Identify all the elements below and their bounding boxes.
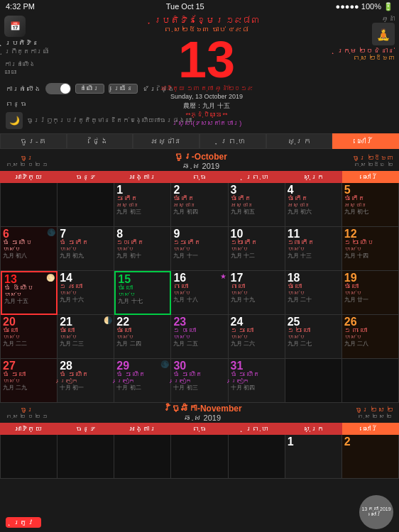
cal-cell-oct26[interactable]: 26 ១ ៣ ហោ ហស់ប 九月 二八 bbox=[342, 315, 399, 359]
cal-cell-oct6[interactable]: 6 ចំ ១ ហើប ហស់ប 九月 初八 🌑 bbox=[1, 227, 58, 271]
nov-cell-empty[interactable] bbox=[229, 435, 285, 479]
cal-cell-oct18[interactable]: 18 ចំ ហោ ហស់ប 九月 二十 bbox=[285, 271, 342, 315]
nov-center: វិច្ឆិកា-November ឆ.ស 2019 bbox=[163, 404, 242, 422]
oct-week3: 13 ចំ ៥ ហើប ហស់ប 九月 十五 🌕 14 ១ ៩ ហោ ហស់ប … bbox=[0, 271, 399, 315]
top-header: 📅 ប្រតិទិន ព្រឹត្តការណ៍ ការតំលើង ណណ ប្រត… bbox=[0, 13, 399, 80]
cal-cell-oct12[interactable]: 12 ១ ២ ហើប ហស់ប 九月 十四 bbox=[342, 227, 399, 271]
moon-icon-6: 🌑 bbox=[47, 228, 55, 236]
nav-tab-5[interactable]: សៅរ៍ bbox=[332, 133, 399, 149]
nov-cell-2[interactable]: 2 bbox=[342, 435, 399, 479]
cal-cell-empty[interactable] bbox=[1, 183, 58, 227]
oct-week2: 6 ចំ ១ ហើប ហស់ប 九月 初八 🌑 7 ចំ ១ កើត ហស់ប … bbox=[0, 227, 399, 271]
cal-cell-oct29[interactable]: 29 ចំ ១ ហើត ក្រៀក 十月 初二 🌑 bbox=[114, 359, 171, 403]
cal-cell-oct8[interactable]: 8 ១០ កើត ហស់ប 九月 初十 bbox=[114, 227, 171, 271]
cal-cell-oct5[interactable]: 5 ចំ កើត អស្ថាន 九月 初七 bbox=[342, 183, 399, 227]
cal-cell-oct2[interactable]: 2 ចំ កើត អស្ថាន 九月 初四 bbox=[171, 183, 228, 227]
day-header-sat: សៅរ៍ bbox=[342, 171, 399, 183]
cal-cell-empty[interactable] bbox=[285, 359, 342, 403]
cal-cell-oct22[interactable]: 22 ចំ ហោ ហស់ប 九月 二四 bbox=[114, 315, 171, 359]
right-panel: ឆ្នាំ 🧘 ក្រុម ២០ជំនាន់ ព.ស ២៥៦៣ bbox=[314, 13, 399, 80]
cal-cell-oct13[interactable]: 13 ចំ ៥ ហើប ហស់ប 九月 十五 🌕 bbox=[1, 271, 58, 315]
cal-cell-oct17[interactable]: 17 ព ហោ ហស់ប 九月 十九 bbox=[229, 271, 285, 315]
prev-button[interactable]: ត្រូវ bbox=[6, 517, 41, 528]
big-date: 13 bbox=[178, 34, 235, 85]
nov-day-header-thu: ព្រ.ហ bbox=[228, 423, 285, 435]
notification-text: ចូររំឭក​ប្រវត្តិគ្មានដីតក់បង្ហើយលាចរផងណា bbox=[27, 117, 192, 124]
app-icon[interactable]: 📅 bbox=[4, 16, 26, 37]
cal-cell-oct31[interactable]: 31 ចំ ១ ហើត ក្រៀក 十月 初四 bbox=[229, 359, 285, 403]
nov-day-header-sun: អាទិត្យ bbox=[0, 423, 57, 435]
november-calendar: ចូរ ព.ស ២ ០ ២ ១ វិច្ឆិកា-November ឆ.ស 20… bbox=[0, 403, 399, 479]
date-circle: 13 តុលា 2019សៅរ៍ bbox=[359, 495, 393, 529]
nav-tab-0[interactable]: ចូរ-គ bbox=[0, 133, 67, 149]
left-menu: ប្រតិទិន ព្រឹត្តការណ៍ ការតំលើង ណណ bbox=[4, 38, 95, 76]
nov-cell-empty[interactable] bbox=[114, 435, 171, 479]
date-ctrl: ថ្ងៃ bbox=[160, 85, 175, 93]
october-calendar: ចូរ ព.ស ២ ០ ២ ១ ចូរ-October ឆ.ស 2019 ចូរ… bbox=[0, 151, 399, 403]
cal-cell-oct10[interactable]: 10 ១២ កើត ហស់ប 九月 十二 bbox=[229, 227, 285, 271]
nav-tab-2[interactable]: អស្ថាន bbox=[133, 133, 200, 149]
nov-cell-empty[interactable] bbox=[171, 435, 228, 479]
bottom-nav: ត្រូវ 13 តុលា 2019សៅរ៍ bbox=[0, 512, 399, 532]
ctrl-btn2[interactable]: ច្រើន bbox=[109, 84, 138, 94]
menu-settings[interactable]: ការតំលើង bbox=[4, 60, 95, 69]
status-time: 4:32 PM bbox=[6, 2, 35, 11]
cal-cell-oct24[interactable]: 24 ១ ១ ហោ ហស់ប 九月 二六 bbox=[229, 315, 285, 359]
cal-cell-oct23[interactable]: 23 ១ ០ ហោ ហស់ប 九月 二五 bbox=[171, 315, 228, 359]
moon-icon-29: 🌑 bbox=[160, 360, 169, 368]
oct-day-headers: អាទិត្យ ចន្ទ អង្គារ ពុធ ព្រ.ហ សុក្រ សៅរ៍ bbox=[0, 171, 399, 183]
cal-cell-oct3[interactable]: 3 ចំ កើត អស្ថាន 九月 初五 bbox=[229, 183, 285, 227]
calendar-nav: ចូរ-គ ថ្ងៃ អស្ថាន ព្រ.ហ សុក្រ សៅរ៍ bbox=[0, 131, 399, 151]
section-label-main: ពន្ធ bbox=[6, 100, 27, 108]
oct-center: ចូរ-October ឆ.ស 2019 bbox=[175, 152, 227, 170]
moon-icon-21: 🌗 bbox=[104, 316, 112, 324]
cal-cell-oct27[interactable]: 27 ចំ ១ ហោ ហស់ប 九月 二九 bbox=[1, 359, 58, 403]
oct-right-side: ចូរ ២៥៦៣ ព.ស ២៥៦ ២ bbox=[353, 155, 393, 168]
day-header-tue: អង្គារ bbox=[114, 171, 171, 183]
fullmoon-icon: 🌕 bbox=[46, 274, 55, 282]
notification-icon: 🌙 bbox=[6, 112, 23, 129]
nov-day-header-sat: សៅរ៍ bbox=[342, 423, 399, 435]
cal-cell-oct14[interactable]: 14 ១ ៩ ហោ ហស់ប 九月 十六 bbox=[58, 271, 114, 315]
cal-cell-oct15[interactable]: 15 ចំ ហោ ហស់ប 九月 十七 bbox=[114, 271, 171, 315]
cal-cell-oct30[interactable]: 30 ចំ ១ ហើត ក្រៀក 十月 初三 bbox=[171, 359, 228, 403]
nov-cell-1[interactable]: 1 bbox=[285, 435, 342, 479]
cal-cell-oct21[interactable]: 21 ចំ ហោ ហស់ប 九月 二三 🌗 bbox=[58, 315, 114, 359]
cal-cell-empty[interactable] bbox=[342, 359, 399, 403]
cal-cell-oct7[interactable]: 7 ចំ ១ កើត ហស់ប 九月 初九 bbox=[58, 227, 114, 271]
day-header-thu: ព្រ.ហ bbox=[228, 171, 285, 183]
menu-item-events[interactable]: ព្រឹត្តការណ៍ bbox=[4, 48, 95, 56]
cal-cell-oct28[interactable]: 28 ចំ ១ ហើត ក្រៀក 十月 初一 bbox=[58, 359, 114, 403]
nov-month-header: ចូរ ព.ស ២ ០ ២ ១ វិច្ឆិកា-November ឆ.ស 20… bbox=[0, 403, 399, 423]
cal-cell-oct19[interactable]: 19 ចំ ហោ ហស់ប 九月 廿一 bbox=[342, 271, 399, 315]
cal-cell-oct16[interactable]: 16 ព ហោ ហស់ប 九月 十八 ★ bbox=[171, 271, 228, 315]
toggle-button[interactable] bbox=[45, 83, 71, 94]
day-header-wed: ពុធ bbox=[171, 171, 228, 183]
nav-tab-1[interactable]: ថ្ងៃ bbox=[67, 133, 133, 149]
cal-cell-oct1[interactable]: 1 ១ កើត អស្ថាន 九月 初三 bbox=[114, 183, 171, 227]
cal-cell-empty[interactable] bbox=[58, 183, 114, 227]
ctrl-btn1[interactable]: តំណើរ bbox=[75, 84, 104, 94]
left-panel: 📅 ប្រតិទិន ព្រឹត្តការណ៍ ការតំលើង ណណ bbox=[0, 13, 99, 80]
oct-week4: 20 ចំ ហោ ហស់ប 九月 二二 21 ចំ ហោ ហស់ប 九月 二三 … bbox=[0, 315, 399, 359]
status-battery: ●●●●● 100% 🔋 bbox=[336, 2, 393, 11]
cal-cell-oct25[interactable]: 25 ១ ២ ហោ ហស់ប 九月 二七 bbox=[285, 315, 342, 359]
day-header-mon: ចន្ទ bbox=[57, 171, 114, 183]
nov-day-headers: អាទិត្យ ចន្ទ អង្គារ ពុធ ព្រ.ហ សុក្រ សៅរ៍ bbox=[0, 423, 399, 435]
nov-cell-empty[interactable] bbox=[1, 435, 58, 479]
menu-settings-sub: ណណ bbox=[4, 69, 95, 76]
nov-cell-empty[interactable] bbox=[58, 435, 114, 479]
oct-left-side: ចូរ ព.ស ២ ០ ២ ១ bbox=[6, 155, 48, 168]
cal-cell-oct20[interactable]: 20 ចំ ហោ ហស់ប 九月 二二 bbox=[1, 315, 58, 359]
status-bar: 4:32 PM Tue Oct 15 ●●●●● 100% 🔋 bbox=[0, 0, 399, 13]
cal-cell-oct11[interactable]: 11 ១៣ កើត ហស់ប 九月 十三 bbox=[285, 227, 342, 271]
nov-right-side: ចូរ ២ ស ២ ព.ស ២ ស ២ bbox=[356, 406, 393, 420]
menu-item-calendar[interactable]: ប្រតិទិន bbox=[4, 38, 95, 48]
cal-cell-oct9[interactable]: 9 ១១ កើត ហស់ប 九月 十一 bbox=[171, 227, 228, 271]
nov-day-header-tue: អង្គារ bbox=[114, 423, 171, 435]
nov-day-header-wed: ពុធ bbox=[171, 423, 228, 435]
star-icon-16: ★ bbox=[220, 272, 226, 280]
cal-cell-oct4[interactable]: 4 ចំ កើត អស្ថាន 九月 初六 bbox=[285, 183, 342, 227]
nav-tab-3[interactable]: ព្រ.ហ bbox=[200, 133, 266, 149]
nav-tab-4[interactable]: សុក្រ bbox=[266, 133, 333, 149]
